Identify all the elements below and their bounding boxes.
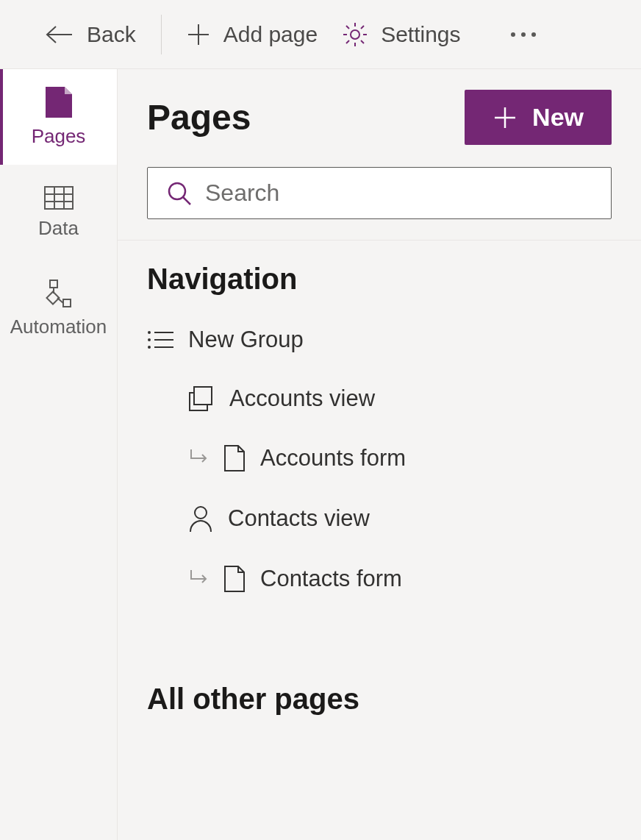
- navigation-tree: New Group Accounts view: [118, 303, 641, 616]
- tree-item-label: Contacts form: [260, 566, 402, 592]
- back-label: Back: [87, 22, 136, 47]
- more-button[interactable]: [511, 32, 536, 37]
- toolbar-divider: [161, 15, 162, 54]
- tree-item-accounts-view[interactable]: Accounts view: [147, 369, 612, 428]
- add-page-label: Add page: [223, 22, 318, 47]
- rail-tab-label: Automation: [10, 316, 107, 338]
- navigation-heading: Navigation: [147, 263, 612, 296]
- document-icon: [223, 565, 246, 593]
- tree-item-contacts-view[interactable]: Contacts view: [147, 488, 612, 549]
- svg-point-33: [195, 507, 207, 519]
- branch-icon: [188, 445, 209, 471]
- rail-tab-data[interactable]: Data: [0, 165, 117, 260]
- flow-icon: [44, 279, 74, 308]
- pages-panel: Pages New: [118, 69, 641, 840]
- search-input[interactable]: [205, 179, 592, 207]
- svg-line-25: [183, 197, 190, 204]
- settings-label: Settings: [381, 22, 460, 47]
- tree-group[interactable]: New Group: [147, 310, 612, 369]
- svg-point-31: [148, 346, 150, 348]
- tree-item-accounts-form[interactable]: Accounts form: [147, 428, 612, 488]
- svg-line-9: [361, 40, 364, 43]
- svg-rect-18: [63, 299, 71, 307]
- stack-icon: [188, 385, 215, 412]
- page-icon: [46, 87, 72, 118]
- rail-tab-label: Pages: [32, 125, 86, 148]
- rail-tab-label: Data: [38, 217, 79, 240]
- search-box[interactable]: [147, 167, 612, 219]
- search-icon: [167, 181, 192, 206]
- plus-icon: [187, 23, 210, 46]
- gear-icon: [343, 22, 368, 47]
- svg-line-10: [361, 26, 364, 29]
- back-button[interactable]: Back: [41, 19, 140, 50]
- plus-icon: [493, 105, 518, 130]
- svg-line-8: [346, 26, 349, 29]
- svg-line-11: [346, 40, 349, 43]
- svg-rect-32: [194, 387, 212, 405]
- tree-item-label: Accounts form: [260, 445, 406, 471]
- rail-tab-automation[interactable]: Automation: [0, 260, 117, 356]
- settings-button[interactable]: Settings: [338, 19, 465, 50]
- svg-rect-17: [50, 280, 57, 288]
- tree-item-contacts-form[interactable]: Contacts form: [147, 549, 612, 609]
- new-button[interactable]: New: [465, 90, 612, 145]
- svg-point-24: [169, 183, 185, 199]
- other-pages-heading: All other pages: [147, 683, 612, 716]
- table-icon: [44, 186, 74, 210]
- arrow-left-icon: [46, 25, 74, 44]
- left-rail: Pages Data Autom: [0, 69, 118, 840]
- document-icon: [223, 444, 246, 472]
- svg-rect-19: [46, 291, 59, 304]
- rail-tab-pages[interactable]: Pages: [0, 69, 117, 165]
- branch-icon: [188, 566, 209, 592]
- tree-item-label: Accounts view: [229, 385, 375, 412]
- svg-point-30: [148, 339, 150, 341]
- list-icon: [147, 330, 173, 350]
- svg-point-3: [351, 30, 359, 39]
- svg-rect-12: [45, 187, 73, 209]
- top-toolbar: Back Add page Settings: [0, 0, 641, 69]
- new-button-label: New: [532, 103, 584, 132]
- page-title: Pages: [147, 97, 251, 138]
- person-icon: [188, 505, 213, 533]
- add-page-button[interactable]: Add page: [182, 19, 322, 50]
- tree-item-label: Contacts view: [228, 505, 370, 532]
- svg-point-29: [148, 332, 150, 333]
- group-label: New Group: [188, 327, 304, 353]
- svg-line-21: [57, 298, 63, 303]
